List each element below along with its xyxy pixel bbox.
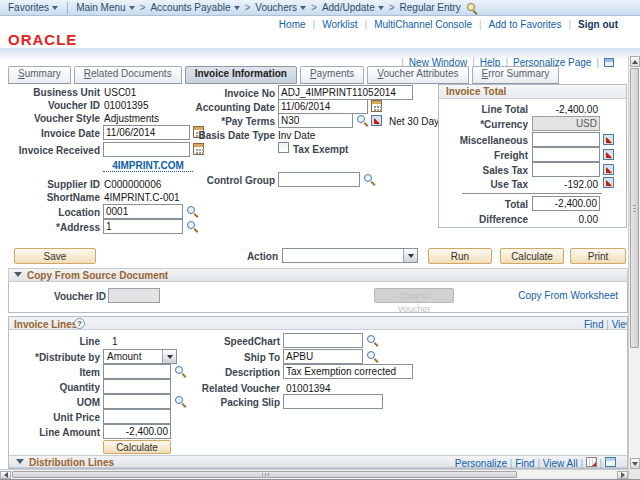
scroll-up-button[interactable] xyxy=(630,56,640,67)
breadcrumb-regular-entry[interactable]: Regular Entry xyxy=(400,2,461,13)
voucher-style-label: Voucher Style xyxy=(2,113,100,124)
worklist-link[interactable]: Worklist xyxy=(322,19,357,30)
ship-to-input[interactable] xyxy=(283,349,363,364)
collapse-triangle-icon[interactable] xyxy=(16,459,24,464)
location-input[interactable] xyxy=(103,204,183,219)
home-link[interactable]: Home xyxy=(279,19,306,30)
print-button[interactable]: Print xyxy=(570,248,626,264)
currency-label: *Currency xyxy=(446,119,528,130)
personalize-link[interactable]: Personalize xyxy=(455,458,507,469)
transfer-icon[interactable] xyxy=(371,115,382,126)
basis-date-type-label: Basis Date Type xyxy=(160,130,275,141)
help-icon[interactable] xyxy=(74,318,85,329)
tab-voucher-attributes[interactable]: Voucher Attributes xyxy=(367,66,468,84)
breadcrumb-favorites-label: Favorites xyxy=(8,2,49,13)
calculate-button[interactable]: Calculate xyxy=(500,248,564,264)
invoice-no-input[interactable] xyxy=(278,85,413,100)
transfer-icon[interactable] xyxy=(603,164,614,175)
scroll-down-button[interactable] xyxy=(630,458,640,469)
horizontal-scrollbar[interactable] xyxy=(0,469,628,479)
add-to-favorites-link[interactable]: Add to Favorites xyxy=(489,19,562,30)
collapse-triangle-icon[interactable] xyxy=(14,272,22,277)
distribution-links: Personalize | Find | View All | | xyxy=(455,457,616,469)
speedchart-input[interactable] xyxy=(283,333,363,348)
lookup-icon[interactable] xyxy=(363,173,375,185)
scroll-right-button[interactable] xyxy=(617,471,628,479)
quantity-input[interactable] xyxy=(103,379,171,394)
total-label: Total xyxy=(446,199,528,210)
tab-summary[interactable]: Summary xyxy=(8,66,71,84)
voucher-id-value: 01001395 xyxy=(104,100,149,111)
chevron-down-icon xyxy=(234,6,240,10)
breadcrumb-vouchers[interactable]: Vouchers xyxy=(255,2,306,13)
line-calculate-button[interactable]: Calculate xyxy=(103,440,171,454)
tab-invoice-information[interactable]: Invoice Information xyxy=(185,66,297,84)
zoom-grid-icon[interactable] xyxy=(605,457,616,467)
supplier-website-link[interactable]: 4IMPRINT.COM xyxy=(103,160,193,172)
address-input[interactable] xyxy=(103,219,183,234)
freight-input[interactable] xyxy=(532,147,600,162)
breadcrumb-main-menu[interactable]: Main Menu xyxy=(76,2,134,13)
invoice-total-title: Invoice Total xyxy=(439,85,626,99)
run-button[interactable]: Run xyxy=(428,248,492,264)
link-separator: | xyxy=(537,458,540,469)
select-dropdown-arrow-icon[interactable] xyxy=(403,249,417,262)
http-window-icon[interactable] xyxy=(604,58,614,67)
save-button[interactable]: Save xyxy=(14,248,96,264)
tab-error-summary[interactable]: Error Summary xyxy=(472,66,560,84)
voucher-id-label: Voucher ID xyxy=(2,100,100,111)
short-name-value: 4IMPRINT.C-001 xyxy=(104,192,180,203)
line-amount-input[interactable] xyxy=(103,424,171,439)
unit-price-label: Unit Price xyxy=(2,412,100,423)
accounting-date-label: Accounting Date xyxy=(160,102,275,113)
invoice-lines-title: Invoice Lines xyxy=(14,319,77,330)
lookup-icon[interactable] xyxy=(186,205,198,217)
transfer-icon[interactable] xyxy=(603,177,614,188)
breadcrumb-search-icon[interactable] xyxy=(466,2,478,14)
item-input[interactable] xyxy=(103,364,171,379)
breadcrumb-favorites[interactable]: Favorites xyxy=(8,2,58,13)
tab-payments[interactable]: Payments xyxy=(300,66,364,84)
invoice-received-input[interactable] xyxy=(103,142,190,157)
find-link[interactable]: Find xyxy=(584,319,603,330)
view-all-link[interactable]: View All xyxy=(612,319,627,330)
find-link[interactable]: Find xyxy=(515,458,534,469)
lookup-icon[interactable] xyxy=(186,220,198,232)
use-tax-value: -192.00 xyxy=(520,179,598,190)
accounting-date-input[interactable] xyxy=(278,99,368,114)
vertical-scrollbar-thumb[interactable] xyxy=(630,68,639,348)
control-group-input[interactable] xyxy=(278,172,360,187)
transfer-icon[interactable] xyxy=(603,149,614,160)
sign-out-link[interactable]: Sign out xyxy=(578,19,618,30)
unit-price-input[interactable] xyxy=(103,409,171,424)
business-unit-label: Business Unit xyxy=(2,87,100,98)
lookup-icon[interactable] xyxy=(356,114,368,126)
description-input[interactable] xyxy=(283,364,413,379)
transfer-icon[interactable] xyxy=(603,134,614,145)
horizontal-scrollbar-thumb[interactable] xyxy=(12,471,517,478)
tax-exempt-checkbox[interactable] xyxy=(278,142,289,153)
copy-source-title: Copy From Source Document xyxy=(27,270,168,281)
breadcrumb-accounts-payable[interactable]: Accounts Payable xyxy=(150,2,239,13)
breadcrumb-add-update[interactable]: Add/Update xyxy=(322,2,384,13)
multichannel-console-link[interactable]: MultiChannel Console xyxy=(374,19,472,30)
uom-input[interactable] xyxy=(103,394,171,409)
calendar-icon[interactable] xyxy=(371,100,382,112)
action-select[interactable] xyxy=(282,248,418,263)
calendar-icon[interactable] xyxy=(193,143,204,155)
tab-related-documents[interactable]: Related Documents xyxy=(74,66,182,84)
lookup-icon[interactable] xyxy=(366,334,378,346)
pay-terms-input[interactable] xyxy=(278,113,353,128)
sales-tax-input[interactable] xyxy=(532,162,600,177)
packing-slip-input[interactable] xyxy=(283,394,383,409)
miscellaneous-input[interactable] xyxy=(532,132,600,147)
line-label: Line xyxy=(2,336,100,347)
copy-from-worksheet-link[interactable]: Copy From Worksheet xyxy=(518,290,618,301)
lookup-icon[interactable] xyxy=(366,350,378,362)
vertical-scrollbar[interactable] xyxy=(628,56,640,469)
download-grid-icon[interactable] xyxy=(586,457,597,467)
total-input[interactable] xyxy=(532,196,600,211)
scroll-left-button[interactable] xyxy=(0,471,11,479)
breadcrumb-separator: > xyxy=(389,2,395,13)
view-all-link[interactable]: View All xyxy=(543,458,578,469)
